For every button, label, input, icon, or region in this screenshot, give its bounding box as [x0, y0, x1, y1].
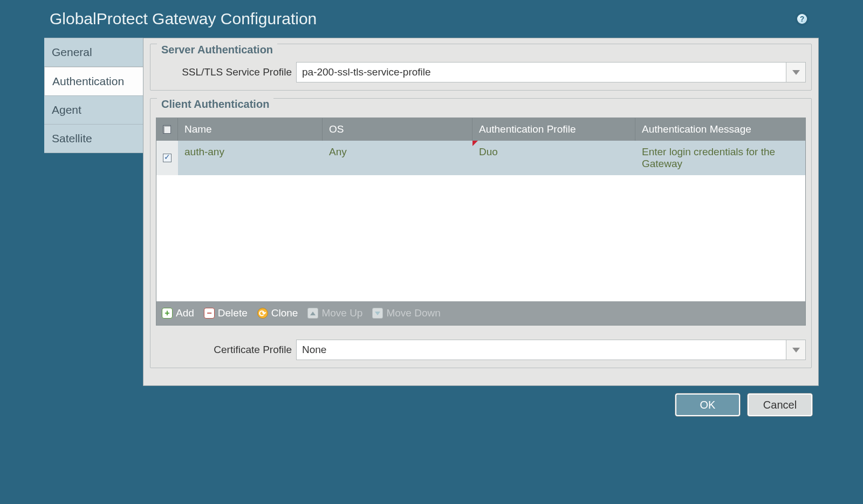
header-os[interactable]: OS [323, 118, 472, 141]
cell-auth-profile-text: Duo [479, 146, 498, 157]
arrow-up-icon [307, 308, 318, 319]
tab-list: General Authentication Agent Satellite [44, 38, 143, 386]
ok-button[interactable]: OK [675, 393, 740, 416]
move-up-label: Move Up [321, 307, 362, 319]
plus-icon: + [162, 308, 173, 319]
cell-auth-profile[interactable]: Duo [472, 141, 635, 175]
fieldset-client-auth: Client Authentication Name OS Authentica… [150, 98, 812, 368]
chevron-down-icon [792, 70, 800, 75]
add-label: Add [176, 307, 194, 319]
clone-label: Clone [271, 307, 298, 319]
header-name[interactable]: Name [178, 118, 323, 141]
cell-name[interactable]: auth-any [178, 141, 323, 175]
cell-os[interactable]: Any [323, 141, 472, 175]
table-row[interactable]: auth-any Any Duo Enter login credentials… [156, 141, 805, 175]
move-down-label: Move Down [386, 307, 440, 319]
minus-icon: − [204, 308, 215, 319]
dropdown-trigger-ssl[interactable] [786, 63, 805, 82]
cell-auth-message[interactable]: Enter login credentials for the Gateway [635, 141, 805, 175]
checkbox-checked-icon [163, 154, 172, 162]
legend-server-auth: Server Authentication [157, 44, 277, 56]
combo-certificate-profile[interactable] [296, 340, 806, 360]
tab-satellite[interactable]: Satellite [44, 125, 143, 153]
clone-icon: ⟳ [257, 308, 268, 319]
dialog-title: GlobalProtect Gateway Configuration [50, 10, 317, 28]
header-auth-profile[interactable]: Authentication Profile [472, 118, 635, 141]
delete-button[interactable]: − Delete [204, 307, 248, 319]
dropdown-trigger-cert[interactable] [786, 340, 805, 360]
cancel-button[interactable]: Cancel [748, 393, 812, 416]
input-certificate-profile[interactable] [297, 340, 786, 360]
client-auth-grid: Name OS Authentication Profile Authentic… [156, 118, 806, 326]
fieldset-server-auth: Server Authentication SSL/TLS Service Pr… [150, 44, 812, 91]
combo-ssl-profile[interactable] [296, 62, 806, 82]
tab-authentication[interactable]: Authentication [44, 67, 143, 96]
grid-body: auth-any Any Duo Enter login credentials… [156, 141, 805, 301]
row-ssl-profile: SSL/TLS Service Profile [156, 62, 806, 82]
arrow-down-icon [372, 308, 383, 319]
clone-button[interactable]: ⟳ Clone [257, 307, 298, 319]
dialog-header: GlobalProtect Gateway Configuration ? [44, 0, 819, 38]
row-certificate-profile: Certificate Profile [156, 340, 806, 360]
header-checkbox-col[interactable] [156, 118, 178, 141]
grid-toolbar: + Add − Delete ⟳ Clone [156, 301, 805, 325]
dialog-window: GlobalProtect Gateway Configuration ? Ge… [44, 0, 819, 424]
delete-label: Delete [218, 307, 248, 319]
help-icon[interactable]: ? [796, 13, 808, 25]
dialog-footer: OK Cancel [44, 386, 819, 424]
chevron-down-icon [792, 348, 800, 353]
grid-header: Name OS Authentication Profile Authentic… [156, 118, 805, 141]
header-auth-message[interactable]: Authentication Message [635, 118, 805, 141]
input-ssl-profile[interactable] [297, 63, 786, 82]
content-panel: Server Authentication SSL/TLS Service Pr… [143, 38, 819, 386]
checkbox-icon [163, 125, 171, 134]
dialog-body: General Authentication Agent Satellite S… [44, 38, 819, 386]
tab-general[interactable]: General [44, 38, 143, 67]
dirty-marker-icon [472, 141, 478, 146]
row-checkbox-cell[interactable] [156, 141, 178, 175]
add-button[interactable]: + Add [162, 307, 194, 319]
legend-client-auth: Client Authentication [157, 98, 273, 111]
label-ssl-profile: SSL/TLS Service Profile [156, 66, 292, 78]
tab-agent[interactable]: Agent [44, 96, 143, 125]
move-down-button: Move Down [372, 307, 440, 319]
move-up-button: Move Up [307, 307, 362, 319]
label-certificate-profile: Certificate Profile [156, 344, 292, 356]
